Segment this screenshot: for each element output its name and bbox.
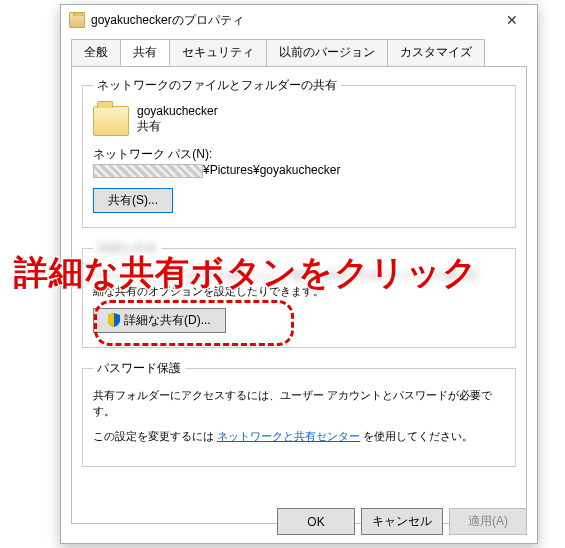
password-desc-2: この設定を変更するには ネットワークと共有センター を使用してください。 (93, 428, 505, 445)
redacted-path-prefix (93, 164, 203, 178)
window-title: goyakucheckerのプロパティ (91, 12, 491, 29)
shield-icon (108, 313, 120, 327)
tab-previous-versions[interactable]: 以前のバージョン (266, 39, 388, 66)
cancel-button[interactable]: キャンセル (361, 508, 443, 535)
group-network-sharing-legend: ネットワークのファイルとフォルダーの共有 (93, 77, 341, 94)
network-path-label: ネットワーク パス(N): (93, 146, 505, 163)
network-sharing-center-link[interactable]: ネットワークと共有センター (217, 430, 360, 442)
group-password-protection-legend: パスワード保護 (93, 360, 185, 377)
password-desc-1: 共有フォルダーにアクセスするには、ユーザー アカウントとパスワードが必要で す。 (93, 387, 505, 420)
ok-button[interactable]: OK (277, 508, 355, 535)
tabstrip: 全般 共有 セキュリティ 以前のバージョン カスタマイズ (71, 39, 527, 66)
folder-icon (69, 12, 85, 28)
advanced-sharing-desc: カスタムのアクセス許可を設定したり、複数の共有を作成したり、その他の詳 細な共有… (93, 267, 505, 300)
tab-general[interactable]: 全般 (71, 39, 121, 66)
share-button[interactable]: 共有(S)... (93, 188, 173, 213)
tab-content-sharing: ネットワークのファイルとフォルダーの共有 goyakuchecker 共有 ネッ… (71, 66, 527, 524)
folder-icon (93, 106, 129, 136)
network-path-tail: ¥Pictures¥goyakuchecker (203, 163, 340, 177)
close-button[interactable]: ✕ (491, 6, 533, 34)
dialog-buttons: OK キャンセル 適用(A) (277, 508, 527, 535)
share-name: goyakuchecker (137, 104, 218, 118)
advanced-share-button[interactable]: 詳細な共有(D)... (93, 308, 226, 333)
group-advanced-sharing-legend: 詳細な共有 (93, 240, 161, 257)
tab-sharing[interactable]: 共有 (120, 39, 170, 66)
group-network-sharing: ネットワークのファイルとフォルダーの共有 goyakuchecker 共有 ネッ… (82, 77, 516, 228)
tab-security[interactable]: セキュリティ (169, 39, 267, 66)
tab-customize[interactable]: カスタマイズ (387, 39, 485, 66)
properties-window: goyakucheckerのプロパティ ✕ 全般 共有 セキュリティ 以前のバー… (60, 4, 538, 544)
group-password-protection: パスワード保護 共有フォルダーにアクセスするには、ユーザー アカウントとパスワー… (82, 360, 516, 468)
titlebar: goyakucheckerのプロパティ ✕ (61, 5, 537, 35)
group-advanced-sharing: 詳細な共有 カスタムのアクセス許可を設定したり、複数の共有を作成したり、その他の… (82, 240, 516, 348)
apply-button[interactable]: 適用(A) (449, 508, 527, 535)
share-status: 共有 (137, 118, 218, 135)
advanced-share-button-label: 詳細な共有(D)... (124, 312, 211, 329)
network-path-value: ¥Pictures¥goyakuchecker (93, 163, 505, 178)
